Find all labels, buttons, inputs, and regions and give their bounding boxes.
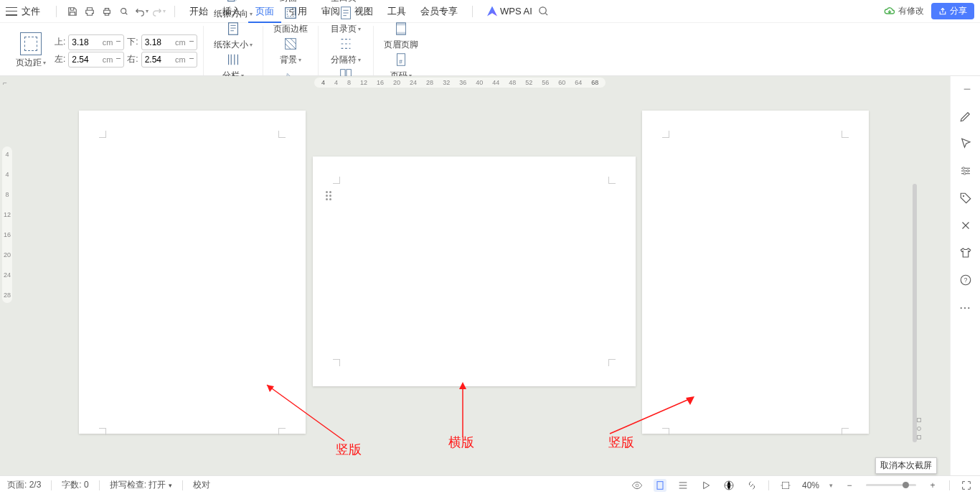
- separator-button[interactable]: 分隔符▾: [326, 35, 365, 66]
- margin-right-input[interactable]: [141, 52, 197, 67]
- svg-point-35: [962, 195, 963, 197]
- pen-icon[interactable]: [958, 109, 973, 124]
- svg-rect-22: [396, 22, 405, 25]
- ai-logo-icon: [487, 6, 497, 17]
- vertical-scrollbar[interactable]: [913, 184, 917, 442]
- view-toggle-icons[interactable]: [917, 418, 921, 439]
- background-icon: [282, 35, 299, 52]
- svg-text:#: #: [399, 58, 402, 65]
- margin-bottom-input[interactable]: [141, 34, 197, 50]
- link-icon[interactable]: [745, 479, 758, 492]
- svg-rect-2: [227, 0, 234, 1]
- toc-icon: [337, 4, 354, 22]
- svg-rect-10: [287, 9, 293, 16]
- menu-icon[interactable]: [6, 7, 17, 16]
- svg-point-38: [636, 484, 639, 487]
- vertical-ruler[interactable]: ⌐ 4481216202428: [0, 89, 14, 475]
- annotation-landscape: 横版: [448, 434, 474, 451]
- page-border-button[interactable]: 页面边框: [269, 4, 312, 35]
- zoom-slider[interactable]: [866, 484, 916, 486]
- zoom-out-icon[interactable]: −: [843, 479, 856, 492]
- zoom-in-icon[interactable]: +: [926, 479, 939, 492]
- print-icon[interactable]: [100, 4, 114, 19]
- page-number-icon: #: [392, 51, 410, 68]
- title-bar: 文件 ▾ ▾ 开始 插入 页面 引用 审阅 视图 工具 会员专享 WPS AI …: [0, 0, 980, 23]
- settings-icon[interactable]: [958, 164, 973, 178]
- svg-rect-23: [396, 32, 405, 34]
- redo-icon[interactable]: ▾: [151, 4, 166, 19]
- web-icon[interactable]: [722, 479, 735, 492]
- svg-point-32: [962, 167, 964, 169]
- svg-point-34: [963, 172, 966, 174]
- more-icon[interactable]: ⋯: [958, 300, 973, 314]
- screenshot-cancel-tooltip: 取消本次截屏: [875, 457, 937, 474]
- undo-icon[interactable]: ▾: [134, 4, 149, 19]
- eye-icon[interactable]: [631, 479, 644, 492]
- svg-marker-29: [459, 382, 466, 389]
- cloud-icon: [884, 6, 895, 17]
- fullscreen-icon[interactable]: [960, 479, 973, 492]
- margins-icon: [20, 32, 42, 55]
- play-icon[interactable]: [699, 479, 712, 492]
- collapse-icon[interactable]: −: [960, 82, 974, 96]
- margin-top-input[interactable]: [68, 34, 124, 50]
- sync-status[interactable]: 有修改: [884, 5, 924, 17]
- document-canvas: ⌐ 4481216202428 448121620242832364044485…: [0, 76, 950, 475]
- zoom-value[interactable]: 40%: [802, 480, 819, 490]
- page-3[interactable]: [642, 111, 869, 434]
- share-icon: [938, 7, 947, 16]
- outline-view-icon[interactable]: [677, 479, 689, 492]
- orientation-button[interactable]: 纸张方向▾: [209, 0, 257, 20]
- margin-bottom-label: 下:: [127, 36, 138, 48]
- margin-left-input[interactable]: [68, 52, 124, 67]
- header-footer-button[interactable]: 页眉页脚: [380, 20, 423, 51]
- svg-line-26: [267, 385, 344, 441]
- columns-icon: [225, 51, 242, 68]
- proofread-status[interactable]: 校对: [193, 479, 210, 491]
- svg-point-33: [966, 170, 969, 172]
- svg-marker-27: [267, 385, 274, 392]
- tag-icon[interactable]: [958, 191, 973, 205]
- print-preview-icon[interactable]: [83, 4, 97, 19]
- fit-width-icon[interactable]: [779, 479, 792, 492]
- drag-handle-icon[interactable]: [326, 191, 331, 200]
- save-icon[interactable]: [65, 4, 80, 19]
- wps-ai-button[interactable]: WPS AI: [487, 6, 532, 17]
- side-toolbar: − ? ⋯: [950, 76, 980, 475]
- page-indicator[interactable]: 页面: 2/3: [7, 479, 41, 491]
- annotation-arrow-2: [448, 376, 477, 441]
- annotation-arrow-1: [258, 376, 352, 448]
- annotation-portrait-1: 竖版: [336, 441, 362, 458]
- annotation-portrait-2: 竖版: [608, 434, 634, 451]
- tools-icon[interactable]: [958, 218, 973, 233]
- help-icon[interactable]: ?: [958, 273, 973, 287]
- margin-right-label: 右:: [127, 53, 138, 65]
- file-menu[interactable]: 文件: [22, 5, 40, 18]
- margin-left-label: 左:: [55, 53, 65, 65]
- svg-marker-31: [686, 396, 694, 405]
- select-icon[interactable]: [958, 136, 973, 151]
- svg-text:?: ?: [963, 277, 967, 284]
- share-button[interactable]: 分享: [931, 3, 974, 19]
- svg-rect-3: [228, 22, 237, 34]
- paper-size-button[interactable]: 纸张大小▾: [209, 20, 257, 51]
- paper-size-icon: [225, 20, 242, 37]
- find-icon[interactable]: [117, 4, 131, 19]
- margin-top-label: 上:: [55, 36, 65, 48]
- header-footer-icon: [392, 20, 410, 37]
- search-icon[interactable]: [537, 4, 551, 19]
- word-count[interactable]: 字数: 0: [62, 479, 88, 491]
- spellcheck-status[interactable]: 拼写检查: 打开 ▾: [110, 479, 172, 491]
- orientation-icon: [225, 0, 242, 6]
- margins-button[interactable]: 页边距▾: [11, 32, 50, 69]
- shirt-icon[interactable]: [958, 246, 973, 260]
- page-2[interactable]: [313, 157, 636, 386]
- svg-point-1: [540, 7, 546, 14]
- toc-button[interactable]: 目录页▾: [326, 4, 365, 35]
- svg-point-0: [121, 8, 126, 13]
- horizontal-ruler[interactable]: 448121620242832364044485256606468: [20, 76, 941, 89]
- background-button[interactable]: 背景▾: [275, 35, 306, 66]
- svg-line-30: [610, 398, 692, 434]
- page-view-icon[interactable]: [654, 479, 666, 492]
- svg-rect-9: [285, 8, 296, 19]
